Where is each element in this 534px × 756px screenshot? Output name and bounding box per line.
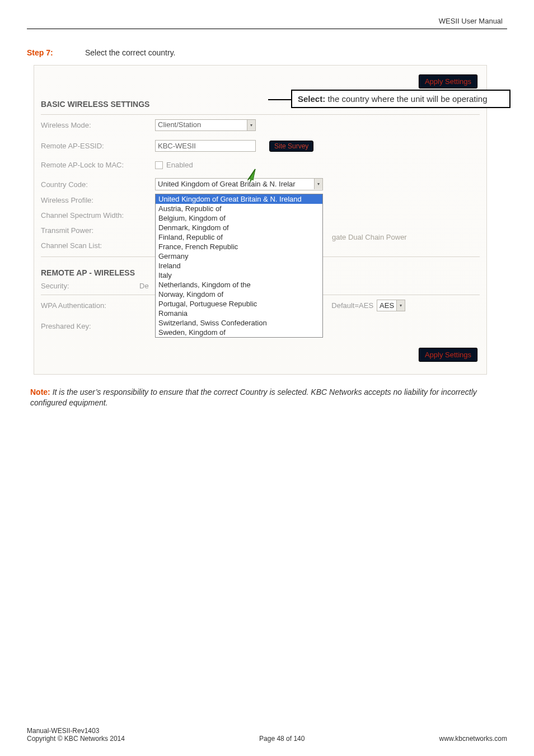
doc-title: WESII User Manual: [27, 17, 507, 27]
country-option[interactable]: Denmark, Kingdom of: [156, 223, 322, 232]
chevron-down-icon: ▾: [396, 300, 405, 311]
country-option[interactable]: Italy: [156, 270, 322, 280]
label-security: Security:: [41, 282, 155, 290]
country-option[interactable]: Switzerland, Swiss Confederation: [156, 318, 322, 328]
label-remote-essid: Remote AP-ESSID:: [41, 142, 155, 150]
country-option[interactable]: France, French Republic: [156, 242, 322, 251]
label-lock-mac: Remote AP-Lock to MAC:: [41, 161, 155, 169]
callout-text: the country where the unit will be opera…: [327, 94, 487, 104]
label-wireless-mode: Wireless Mode:: [41, 121, 155, 129]
footer-copyright: Copyright © KBC Networks 2014: [27, 735, 125, 743]
country-option[interactable]: Portugal, Portuguese Republic: [156, 299, 322, 309]
step-label: Step 7:: [27, 48, 67, 57]
apply-settings-button-bottom[interactable]: Apply Settings: [419, 348, 477, 362]
country-option[interactable]: Belgium, Kingdom of: [156, 213, 322, 223]
security-prefix-text: De: [139, 282, 149, 290]
country-option[interactable]: Romania: [156, 309, 322, 318]
callout-connector: [268, 99, 292, 100]
remote-essid-input[interactable]: [155, 140, 256, 152]
wireless-mode-select[interactable]: Client/Station ▾: [155, 119, 256, 131]
footer-page-number: Page 48 of 140: [259, 735, 305, 743]
cipher-type-select[interactable]: AES ▾: [377, 300, 405, 311]
row-lock-mac: Remote AP-Lock to MAC: Enabled: [41, 156, 480, 174]
country-code-value: United Kingdom of Great Britain & N. Ire…: [156, 179, 314, 190]
wireless-mode-value: Client/Station: [156, 120, 247, 130]
settings-panel: Apply Settings BASIC WIRELESS SETTINGS W…: [34, 65, 487, 375]
label-country-code: Country Code:: [41, 180, 155, 189]
cipher-type-value: AES: [377, 301, 396, 310]
country-option[interactable]: United Kingdom of Great Britain & N. Ire…: [156, 194, 322, 204]
note-paragraph: Note: It is the user’s responsibility to…: [27, 387, 507, 408]
label-wireless-profile: Wireless Profile:: [41, 196, 155, 204]
label-transmit-power: Transmit Power:: [41, 226, 155, 235]
row-country-code: Country Code: United Kingdom of Great Br…: [41, 174, 480, 193]
callout-box: Select: the country where the unit will …: [291, 90, 510, 108]
step-text: Select the correct country.: [85, 48, 176, 57]
label-preshared-key: Preshared Key:: [41, 322, 155, 330]
country-option[interactable]: Norway, Kingdom of: [156, 290, 322, 299]
note-label: Note:: [30, 388, 50, 396]
step-row: Step 7: Select the correct country.: [27, 48, 507, 57]
country-code-dropdown[interactable]: United Kingdom of Great Britain & N. Ire…: [155, 194, 323, 338]
chevron-down-icon: ▾: [247, 120, 255, 130]
row-remote-essid: Remote AP-ESSID: Site Survey: [41, 136, 480, 156]
lock-mac-checkbox-label: Enabled: [166, 161, 193, 169]
site-survey-button[interactable]: Site Survey: [269, 141, 313, 152]
note-text: It is the user’s responsibility to ensur…: [30, 388, 477, 407]
country-option[interactable]: Austria, Republic of: [156, 204, 322, 213]
label-channel-spectrum: Channel Spectrum Width:: [41, 211, 155, 220]
country-option[interactable]: Germany: [156, 251, 322, 261]
callout-prefix: Select:: [298, 94, 325, 104]
country-option[interactable]: Sweden, Kingdom of: [156, 328, 322, 337]
page-footer: Manual-WESII-Rev1403 Copyright © KBC Net…: [27, 727, 507, 743]
country-code-select[interactable]: United Kingdom of Great Britain & N. Ire…: [155, 178, 323, 190]
country-option[interactable]: Finland, Republic of: [156, 232, 322, 242]
footer-url: www.kbcnetworks.com: [439, 735, 507, 743]
chevron-down-icon: ▾: [314, 179, 322, 189]
label-wpa-auth: WPA Authentication:: [41, 301, 155, 310]
country-option[interactable]: Ireland: [156, 261, 322, 270]
apply-settings-button-top[interactable]: Apply Settings: [419, 74, 477, 88]
cipher-default-text: Default=AES: [331, 301, 373, 310]
label-channel-scan: Channel Scan List:: [41, 241, 155, 250]
section-remote-ap-title: REMOTE AP - WIRELESS: [41, 268, 135, 277]
country-option[interactable]: Netherlands, Kingdom of the: [156, 280, 322, 290]
row-wireless-mode: Wireless Mode: Client/Station ▾: [41, 115, 480, 136]
footer-manual-id: Manual-WESII-Rev1403: [27, 727, 125, 735]
lock-mac-checkbox[interactable]: [155, 161, 163, 169]
